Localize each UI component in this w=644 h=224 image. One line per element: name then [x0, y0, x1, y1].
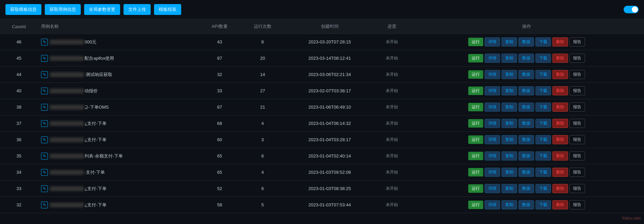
delete-button[interactable]: 删除 [552, 102, 568, 112]
detail-button[interactable]: 详情 [485, 135, 500, 144]
report-button[interactable]: 报告 [569, 184, 585, 193]
download-button[interactable]: 下载 [535, 200, 551, 209]
data-button[interactable]: 数据 [518, 70, 534, 79]
detail-button[interactable]: 详情 [485, 37, 500, 46]
delete-button[interactable]: 删除 [552, 70, 568, 79]
copy-button[interactable]: 复制 [501, 102, 517, 112]
data-button[interactable]: 数据 [518, 86, 534, 95]
detail-button[interactable]: 详情 [485, 151, 500, 161]
data-button[interactable]: 数据 [518, 151, 534, 161]
detail-button[interactable]: 详情 [485, 102, 500, 112]
header-progress: 进度 [375, 19, 409, 34]
run-button[interactable]: 运行 [468, 103, 483, 111]
get-case-btn[interactable]: 获取用例信息 [45, 4, 81, 15]
edit-icon[interactable]: ✎ [41, 136, 48, 143]
report-button[interactable]: 报告 [569, 54, 585, 63]
blurred-name [50, 89, 84, 93]
download-button[interactable]: 下载 [535, 70, 551, 79]
detail-button[interactable]: 详情 [485, 184, 500, 193]
table-container: CaseId 用例名称 API数量 运行次数 创建时间 进度 操作 46✎000… [0, 19, 644, 213]
delete-button[interactable]: 删除 [552, 86, 568, 95]
global-params-btn[interactable]: 全局参数变更 [84, 4, 120, 15]
data-button[interactable]: 数据 [518, 200, 534, 209]
copy-button[interactable]: 复制 [501, 70, 517, 79]
data-button[interactable]: 数据 [518, 37, 534, 46]
detail-button[interactable]: 详情 [485, 168, 500, 177]
edit-icon[interactable]: ✎ [41, 202, 48, 208]
report-button[interactable]: 报告 [569, 135, 585, 144]
report-button[interactable]: 报告 [569, 168, 585, 177]
copy-button[interactable]: 复制 [501, 200, 517, 209]
data-button[interactable]: 数据 [518, 135, 534, 144]
run-button[interactable]: 运行 [468, 135, 483, 144]
copy-button[interactable]: 复制 [501, 151, 517, 161]
delete-button[interactable]: 删除 [552, 119, 568, 128]
detail-button[interactable]: 详情 [485, 70, 500, 79]
cell-api-count: 60 [199, 132, 240, 148]
download-button[interactable]: 下载 [535, 168, 551, 177]
run-button[interactable]: 运行 [468, 184, 483, 193]
delete-button[interactable]: 删除 [552, 200, 568, 209]
edit-icon[interactable]: ✎ [41, 55, 48, 62]
edit-icon[interactable]: ✎ [41, 88, 48, 94]
data-button[interactable]: 数据 [518, 54, 534, 63]
run-button[interactable]: 运行 [468, 54, 483, 62]
download-button[interactable]: 下载 [535, 184, 551, 193]
get-template-btn[interactable]: 获取模板信息 [5, 4, 41, 15]
toggle-switch[interactable] [624, 6, 639, 13]
run-button[interactable]: 运行 [468, 201, 483, 209]
template-assemble-btn[interactable]: 模板组装 [154, 4, 181, 15]
report-button[interactable]: 报告 [569, 102, 585, 112]
copy-button[interactable]: 复制 [501, 168, 517, 177]
report-button[interactable]: 报告 [569, 70, 585, 79]
download-button[interactable]: 下载 [535, 102, 551, 112]
download-button[interactable]: 下载 [535, 86, 551, 95]
delete-button[interactable]: 删除 [552, 135, 568, 144]
run-button[interactable]: 运行 [468, 168, 483, 176]
copy-button[interactable]: 复制 [501, 86, 517, 95]
report-button[interactable]: 报告 [569, 86, 585, 95]
report-button[interactable]: 报告 [569, 119, 585, 128]
run-button[interactable]: 运行 [468, 38, 483, 46]
detail-button[interactable]: 详情 [485, 119, 500, 128]
data-button[interactable]: 数据 [518, 102, 534, 112]
edit-icon[interactable]: ✎ [41, 169, 48, 176]
cell-create-time: 2023-01-03T09:52:08 [285, 164, 374, 181]
detail-button[interactable]: 详情 [485, 86, 500, 95]
report-button[interactable]: 报告 [569, 151, 585, 161]
run-button[interactable]: 运行 [468, 119, 483, 128]
download-button[interactable]: 下载 [535, 54, 551, 63]
report-button[interactable]: 报告 [569, 37, 585, 46]
data-button[interactable]: 数据 [518, 119, 534, 128]
edit-icon[interactable]: ✎ [41, 71, 48, 78]
edit-icon[interactable]: ✎ [41, 104, 48, 111]
data-button[interactable]: 数据 [518, 184, 534, 193]
delete-button[interactable]: 删除 [552, 184, 568, 193]
delete-button[interactable]: 删除 [552, 151, 568, 161]
edit-icon[interactable]: ✎ [41, 120, 48, 127]
download-button[interactable]: 下载 [535, 151, 551, 161]
edit-icon[interactable]: ✎ [41, 185, 48, 192]
download-button[interactable]: 下载 [535, 37, 551, 46]
detail-button[interactable]: 详情 [485, 54, 500, 63]
delete-button[interactable]: 删除 [552, 54, 568, 63]
run-button[interactable]: 运行 [468, 87, 483, 95]
data-button[interactable]: 数据 [518, 168, 534, 177]
copy-button[interactable]: 复制 [501, 37, 517, 46]
download-button[interactable]: 下载 [535, 135, 551, 144]
file-upload-btn[interactable]: 文件上传 [124, 4, 151, 15]
copy-button[interactable]: 复制 [501, 184, 517, 193]
edit-icon[interactable]: ✎ [41, 39, 48, 45]
copy-button[interactable]: 复制 [501, 135, 517, 144]
report-button[interactable]: 报告 [569, 200, 585, 209]
download-button[interactable]: 下载 [535, 119, 551, 128]
run-button[interactable]: 运行 [468, 70, 483, 79]
copy-button[interactable]: 复制 [501, 54, 517, 63]
delete-button[interactable]: 删除 [552, 37, 568, 46]
delete-button[interactable]: 删除 [552, 168, 568, 177]
copy-button[interactable]: 复制 [501, 119, 517, 128]
detail-button[interactable]: 详情 [485, 200, 500, 209]
edit-icon[interactable]: ✎ [41, 153, 48, 160]
cell-create-time: 2023-01-04T02:40:14 [285, 148, 374, 164]
run-button[interactable]: 运行 [468, 152, 483, 160]
